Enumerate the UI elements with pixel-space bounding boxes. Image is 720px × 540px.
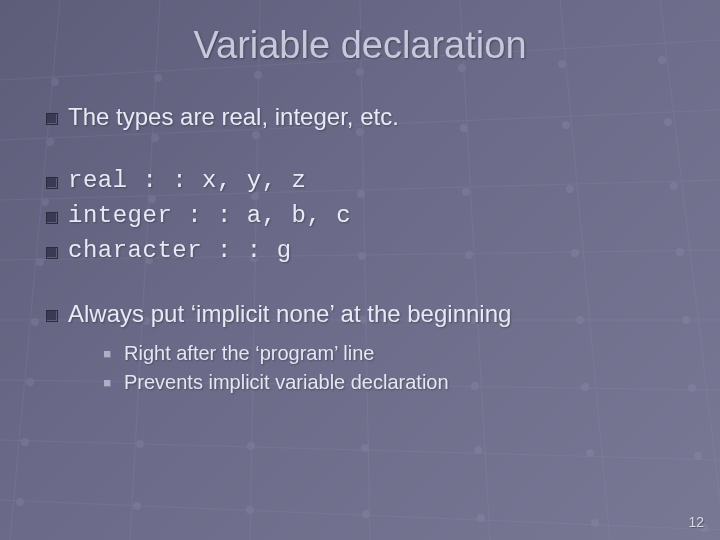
bullet-types: The types are real, integer, etc. [40, 103, 680, 131]
sub-list: Right after the ‘program’ line Prevents … [68, 342, 680, 394]
slide: Variable declaration The types are real,… [0, 0, 720, 540]
bullet-implicit-none-text: Always put ‘implicit none’ at the beginn… [68, 300, 511, 327]
page-number: 12 [688, 514, 704, 530]
advice-list: Always put ‘implicit none’ at the beginn… [40, 300, 680, 394]
slide-title: Variable declaration [40, 24, 680, 67]
bullet-implicit-none: Always put ‘implicit none’ at the beginn… [40, 300, 680, 394]
code-real: real : : x, y, z [40, 167, 680, 194]
code-integer: integer : : a, b, c [40, 202, 680, 229]
code-character: character : : g [40, 237, 680, 264]
code-list: real : : x, y, z integer : : a, b, c cha… [40, 167, 680, 264]
spacer [40, 139, 680, 167]
sub-prevents: Prevents implicit variable declaration [102, 371, 680, 394]
sub-after-program: Right after the ‘program’ line [102, 342, 680, 365]
spacer [40, 272, 680, 300]
bullet-list: The types are real, integer, etc. [40, 103, 680, 131]
